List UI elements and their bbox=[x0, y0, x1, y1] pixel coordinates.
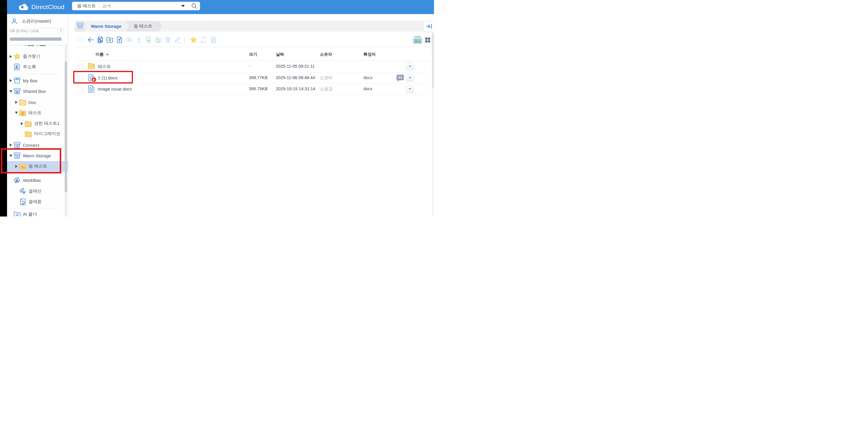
folder-icon bbox=[24, 120, 32, 127]
chevron-down-icon[interactable] bbox=[14, 112, 19, 114]
chevron-down-icon[interactable] bbox=[9, 90, 13, 93]
column-header-name[interactable]: 이름 bbox=[95, 47, 109, 60]
row-menu-dropdown-button[interactable] bbox=[406, 85, 414, 93]
folder-icon bbox=[24, 130, 32, 138]
expand-triangle bbox=[15, 112, 18, 114]
search-options-dropdown-icon[interactable] bbox=[181, 5, 185, 7]
breadcrumb: Warm Storage 웜 테스트 bbox=[75, 21, 434, 32]
search-icon[interactable] bbox=[191, 3, 197, 9]
column-header-owner[interactable]: 소유자 bbox=[320, 47, 332, 60]
folder-ai-icon: AI bbox=[19, 98, 26, 106]
file-row-1[interactable]: 1 (1).docx399.77KB2025-11-06 08:48:44소관리… bbox=[75, 72, 429, 84]
column-header-ext[interactable]: 확장자 bbox=[364, 47, 376, 60]
tree-item-웜-테스트[interactable]: 웜 테스트 bbox=[7, 161, 68, 172]
column-header-date[interactable]: 날짜 bbox=[276, 47, 284, 60]
sidebar-scrollbar-thumb[interactable] bbox=[65, 62, 67, 192]
chevron-down-icon[interactable] bbox=[9, 155, 13, 157]
tree-item-주소록[interactable]: 주소록 bbox=[7, 62, 68, 72]
quota-help-icon[interactable]: ? bbox=[57, 27, 64, 34]
row-checkbox[interactable] bbox=[78, 64, 83, 69]
delete-trash-icon[interactable] bbox=[164, 36, 172, 44]
tree-item-my-box[interactable]: My Box bbox=[7, 75, 68, 86]
tree-item-권한-테스트1[interactable]: 권한 테스트1 bbox=[7, 118, 68, 129]
row-checkbox[interactable] bbox=[78, 75, 83, 80]
rename-pencil-icon[interactable] bbox=[174, 36, 181, 44]
chevron-right-icon[interactable] bbox=[9, 79, 13, 82]
organize-copy-icon[interactable] bbox=[96, 36, 104, 44]
star-icon bbox=[13, 53, 21, 60]
folder-warm-icon bbox=[19, 163, 26, 170]
tree-item-label: 즐겨찾기 bbox=[23, 54, 40, 59]
cloud-logo-icon bbox=[18, 3, 29, 11]
move-file-icon[interactable] bbox=[145, 36, 152, 44]
chevron-right-icon[interactable] bbox=[14, 101, 19, 104]
top-bar: DirectCloud 웜 테스트 검색 bbox=[7, 0, 434, 14]
tree-item-label: 결재선 bbox=[28, 188, 41, 194]
file-ext: docx bbox=[364, 72, 372, 84]
tree-item-label: Doc bbox=[28, 100, 36, 105]
file-row-2[interactable]: Image issue.docx395.75KB2025-10-15 14:31… bbox=[75, 84, 429, 95]
tree-item-shared-box[interactable]: Shared Box bbox=[7, 86, 68, 97]
expand-triangle bbox=[10, 79, 12, 82]
row-checkbox[interactable] bbox=[78, 86, 83, 91]
version-history-icon[interactable] bbox=[210, 36, 217, 44]
file-name[interactable]: Image issue.docx bbox=[98, 84, 132, 95]
tree-item-label: Connect bbox=[23, 143, 39, 148]
tree-item-partial[interactable] bbox=[7, 45, 68, 50]
file-name[interactable]: 테스트 bbox=[98, 61, 111, 72]
divider bbox=[8, 74, 60, 74]
breadcrumb-root[interactable]: Warm Storage bbox=[91, 21, 122, 32]
row-menu-dropdown-button[interactable] bbox=[406, 74, 414, 82]
row-menu-dropdown-button[interactable] bbox=[406, 63, 414, 70]
new-folder-icon[interactable] bbox=[106, 36, 114, 44]
box-my-icon bbox=[13, 77, 21, 84]
chevron-right-icon[interactable] bbox=[9, 144, 13, 147]
tree-item-마이그레이션[interactable]: 마이그레이션 bbox=[7, 129, 68, 139]
divider bbox=[8, 208, 60, 208]
convert-refresh-icon[interactable] bbox=[200, 36, 207, 44]
chevron-right-icon[interactable] bbox=[14, 165, 19, 168]
tree-item-connect[interactable]: Connect bbox=[7, 140, 68, 150]
comment-count-badge[interactable]: 21 bbox=[397, 75, 404, 80]
folder-ai-blue-icon: AI bbox=[13, 211, 21, 217]
file-date: 2025-10-15 14:31:14 bbox=[276, 84, 315, 95]
upload-file-icon[interactable] bbox=[116, 36, 123, 44]
photo-view-icon[interactable] bbox=[412, 35, 423, 44]
search-input[interactable]: 웜 테스트 검색 bbox=[72, 2, 200, 10]
back-icon[interactable] bbox=[87, 36, 95, 44]
main-scrollbar-thumb[interactable] bbox=[432, 33, 434, 89]
breadcrumb-current-segment[interactable]: 웜 테스트 bbox=[125, 21, 162, 32]
tree-item-테스트[interactable]: 테스트 bbox=[7, 107, 68, 118]
tree-item-label: 테스트 bbox=[28, 110, 41, 116]
tree-item-label: 웜 테스트 bbox=[28, 163, 47, 169]
tree-item-결재선[interactable]: 결재선 bbox=[7, 186, 68, 196]
warm-storage-icon bbox=[77, 23, 84, 30]
approval-box-icon bbox=[19, 198, 26, 206]
tree-item-결재함[interactable]: 결재함 bbox=[7, 196, 68, 207]
select-all-checkbox[interactable] bbox=[78, 37, 83, 42]
folder-share-icon bbox=[19, 109, 26, 117]
user-account-row[interactable]: 소관리(master) bbox=[7, 14, 68, 28]
preview-eye-icon[interactable] bbox=[125, 36, 133, 44]
chevron-right-icon[interactable] bbox=[20, 122, 24, 125]
file-name[interactable]: 1 (1).docx bbox=[98, 72, 118, 84]
expand-triangle bbox=[15, 101, 18, 104]
grid-view-button[interactable] bbox=[424, 36, 432, 44]
collapse-panel-button[interactable] bbox=[423, 21, 434, 32]
tree-item-warm-storage[interactable]: Warm Storage bbox=[7, 151, 68, 161]
search-placeholder: 검색 bbox=[102, 3, 181, 9]
box-warm-icon bbox=[13, 152, 21, 160]
tree-item-workflow[interactable]: Workflow bbox=[7, 175, 68, 185]
download-icon[interactable] bbox=[135, 36, 143, 44]
chevron-right-icon[interactable] bbox=[9, 55, 13, 58]
tree-item-doc[interactable]: AIDoc bbox=[7, 97, 68, 107]
tree-item-ai-폴더[interactable]: AIAI 폴더 bbox=[7, 209, 68, 217]
address-book-icon bbox=[13, 63, 21, 71]
chevron-down-icon bbox=[408, 88, 411, 90]
directcloud-logo[interactable]: DirectCloud bbox=[18, 2, 64, 12]
file-row-0[interactable]: 테스트-2025-11-05 09:21:11 bbox=[75, 61, 429, 72]
column-header-size[interactable]: 크기 bbox=[249, 47, 257, 60]
tree-item-즐겨찾기[interactable]: 즐겨찾기 bbox=[7, 51, 68, 62]
restore-folder-icon[interactable] bbox=[154, 36, 162, 44]
favorite-star-icon[interactable] bbox=[190, 36, 197, 44]
